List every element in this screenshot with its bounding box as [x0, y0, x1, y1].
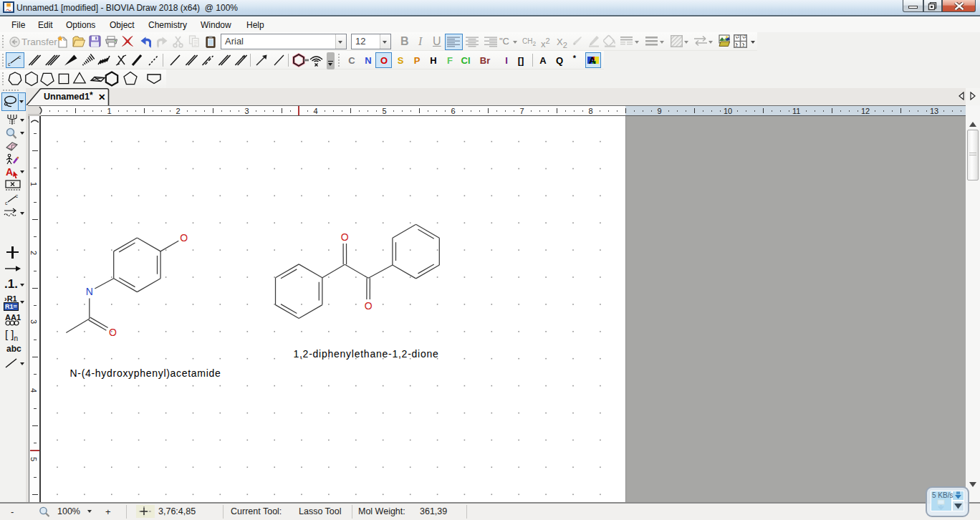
svg-text:O: O — [341, 231, 349, 243]
svg-text:O: O — [365, 300, 373, 312]
svg-text:O: O — [109, 327, 117, 338]
svg-text:O: O — [180, 232, 188, 244]
svg-text:N: N — [86, 286, 93, 297]
